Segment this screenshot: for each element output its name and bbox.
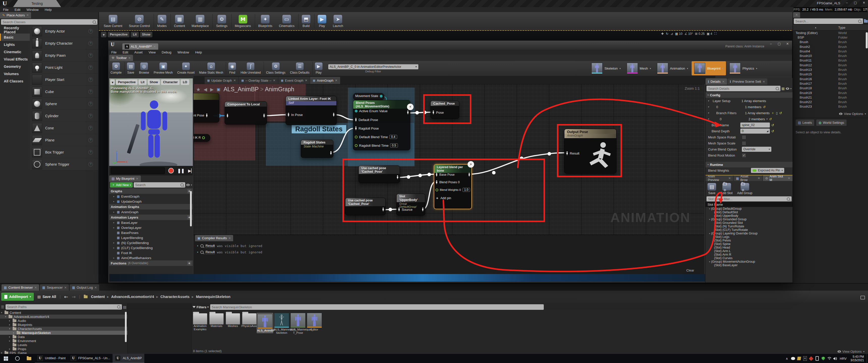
bp-toolbar-button[interactable]: ☰ Class Defaults: [288, 62, 312, 75]
outliner-view-options[interactable]: View Options: [844, 112, 863, 116]
outliner-row[interactable]: Brush2Brush: [793, 44, 868, 49]
details-row[interactable]: ▾ Layer Setup1 Array elements ＋ ▯ ▾ ↺: [706, 98, 793, 104]
animgraph-canvas[interactable]: Ragdoll States: [193, 84, 704, 235]
red-app-icon[interactable]: [808, 354, 814, 363]
folder-tree-row[interactable]: Content: [0, 310, 127, 315]
gold-app-icon[interactable]: [796, 354, 802, 363]
reset-icon[interactable]: ↺: [763, 105, 766, 109]
slot-row[interactable]: (Group) Grounded Group: [706, 218, 793, 221]
folder-tree-row[interactable]: Environment: [0, 339, 127, 343]
my-blueprint-row[interactable]: ▦AnimGraph: [109, 209, 193, 214]
asset-folder-tile[interactable]: Materials: [209, 314, 224, 328]
scale-snap[interactable]: ⊞ 0.25: [695, 32, 705, 36]
bone-name-row[interactable]: Bone Name spine_02 ↺: [706, 122, 793, 128]
node-cut[interactable]: ent Pose: [193, 93, 219, 123]
toolbar-button[interactable]: ➤ Launch: [330, 14, 346, 29]
place-actors-search[interactable]: Search Classes: [1, 19, 97, 25]
add-slot-button[interactable]: 🗀＋Add Slot: [721, 183, 733, 195]
close-icon[interactable]: ✕: [795, 13, 798, 16]
placeable-actor[interactable]: Point Light ?: [30, 62, 98, 74]
outliner-row[interactable]: Brush18Brush: [793, 86, 868, 91]
show-desktop-button[interactable]: [867, 354, 868, 363]
save-all-button[interactable]: ▤Save All: [37, 295, 56, 299]
type-column-header[interactable]: Type: [838, 26, 868, 30]
graph-document-tab[interactable]: ▦ Update Graph✕: [205, 77, 239, 84]
lock-icon[interactable]: [861, 296, 865, 299]
outliner-row[interactable]: Brush11Brush: [793, 58, 868, 63]
toolbar-button[interactable]: ⬒ Build: [298, 14, 314, 29]
scrollbar[interactable]: [190, 191, 192, 226]
toolbar-button[interactable]: ▭ Cinematics: [276, 14, 298, 29]
forward-icon[interactable]: →: [72, 294, 76, 299]
new-folder-icon[interactable]: [864, 20, 868, 23]
placeable-actor[interactable]: Sphere Trigger ?: [30, 158, 98, 170]
maximize-viewport-icon[interactable]: ⛶: [714, 32, 717, 36]
anim-slot-manager-tab[interactable]: ⚙Anim Slot M✕: [763, 175, 793, 181]
path-breadcrumb[interactable]: ContentAdvancedLocomotionV4CharacterAsse…: [91, 295, 230, 299]
maximize-button[interactable]: ▢: [776, 42, 782, 45]
curve-blend-dropdown[interactable]: Override▾: [742, 147, 771, 152]
taskbar-app[interactable]: U Untitled - Paint: [35, 354, 68, 363]
value-box[interactable]: 0.4: [389, 135, 397, 139]
float-pin[interactable]: [355, 144, 358, 147]
exposed-as-pin-dropdown[interactable]: Exposed As Pin▾: [751, 168, 784, 173]
save-slots-button[interactable]: ▤Save: [708, 183, 716, 195]
enum-pin[interactable]: [355, 110, 358, 112]
record-button[interactable]: [168, 168, 174, 173]
placeable-actor[interactable]: Plane ?: [30, 134, 98, 146]
outliner-scrollbar[interactable]: [866, 32, 868, 48]
my-blueprint-row[interactable]: Animation Graphs＋: [109, 204, 193, 209]
list-view-icon[interactable]: ▤: [123, 305, 126, 309]
close-icon[interactable]: ✕: [34, 286, 37, 289]
minimize-button[interactable]: –: [768, 42, 774, 45]
slot-row[interactable]: (Slot) Pelvis: [706, 239, 793, 242]
placeable-actor[interactable]: Player Start ?: [30, 74, 98, 86]
compiler-message[interactable]: • Result was visible but ignored: [197, 250, 701, 254]
toolbar-button[interactable]: ⊘ Source Control: [126, 14, 153, 29]
volume-icon[interactable]: [832, 354, 838, 363]
folder-tree-row[interactable]: Data: [0, 335, 127, 339]
blend-depth-row[interactable]: Blend Depth 0◢ ↺: [706, 128, 793, 134]
node-blend-poses[interactable]: Blend Poses (ALS_MovementState) Active E…: [353, 100, 410, 150]
folder-tree-row[interactable]: Blueprints: [0, 323, 127, 327]
folder-tree-row[interactable]: Levels: [0, 343, 127, 347]
bp-toolbar-button[interactable]: ʃ Hide Unrelated: [238, 62, 263, 75]
details-row[interactable]: ▾ Branch Filters1 Array elements ＋ ▯ ▾ ↺: [706, 110, 793, 116]
menu-item[interactable]: Edit: [120, 51, 131, 54]
forward-icon[interactable]: ▶: [210, 87, 214, 92]
bp-toolbar-button[interactable]: ⌂ Make Static Mesh: [197, 62, 225, 75]
outliner-row[interactable]: BSPFolder: [793, 35, 868, 40]
actor-category[interactable]: Cinematic: [0, 48, 30, 56]
level-tab[interactable]: Testing: [13, 0, 61, 7]
bp-toolbar-button[interactable]: ⚙ Class Settings: [264, 62, 288, 75]
menu-item[interactable]: View: [146, 51, 159, 54]
toolbar-button[interactable]: ▦ Content: [170, 14, 188, 29]
security-shield-icon[interactable]: ✓: [820, 354, 826, 363]
placeable-actor[interactable]: Empty Character ?: [30, 37, 98, 50]
bottom-panel-tab[interactable]: ▦Output Log✕: [70, 284, 99, 291]
my-blueprint-row[interactable]: Animation Layers＋: [109, 214, 193, 220]
slot-row[interactable]: (Slot) (N) Turn/Rotate: [706, 225, 793, 228]
usb-icon[interactable]: [814, 354, 820, 363]
add-new-button[interactable]: ＋ Add New ▾: [110, 182, 133, 188]
close-icon[interactable]: ✕: [335, 79, 338, 82]
node-movement-state[interactable]: Movement State: [353, 93, 384, 100]
placeable-actor[interactable]: Empty Pawn ?: [30, 50, 98, 62]
asset-family-tab[interactable]: Blueprint▾: [692, 61, 726, 75]
mesh-space-rotation-checkbox[interactable]: [742, 135, 746, 139]
asset-tile[interactable]: ALS_AnimBP: [257, 313, 273, 333]
graph-document-tab[interactable]: ▦ Event Graph✕: [278, 77, 310, 84]
outliner-row[interactable]: Brush12Brush: [793, 63, 868, 67]
folder-tree-row[interactable]: CharacterAssets: [0, 327, 127, 331]
pause-button[interactable]: ❚❚: [177, 168, 185, 173]
search-button[interactable]: [11, 354, 23, 363]
perspective-pill[interactable]: Perspective: [116, 79, 137, 85]
node-layered-blend[interactable]: Layered blend per bone Base Pose Blend P…: [434, 164, 472, 209]
outliner-search[interactable]: Search...: [794, 19, 863, 24]
outliner-row[interactable]: Brush15Brush: [793, 72, 868, 77]
clear-button[interactable]: Clear: [686, 268, 694, 272]
node-output-pose[interactable]: Output Pose AnimGraph Result: [564, 129, 616, 173]
add-import-button[interactable]: Add/Import▾: [1, 293, 34, 301]
node-ragdoll-states[interactable]: Ragdoll States State Machine: [301, 140, 333, 158]
slot-row[interactable]: (Slot) DefaultSlot: [706, 210, 793, 214]
